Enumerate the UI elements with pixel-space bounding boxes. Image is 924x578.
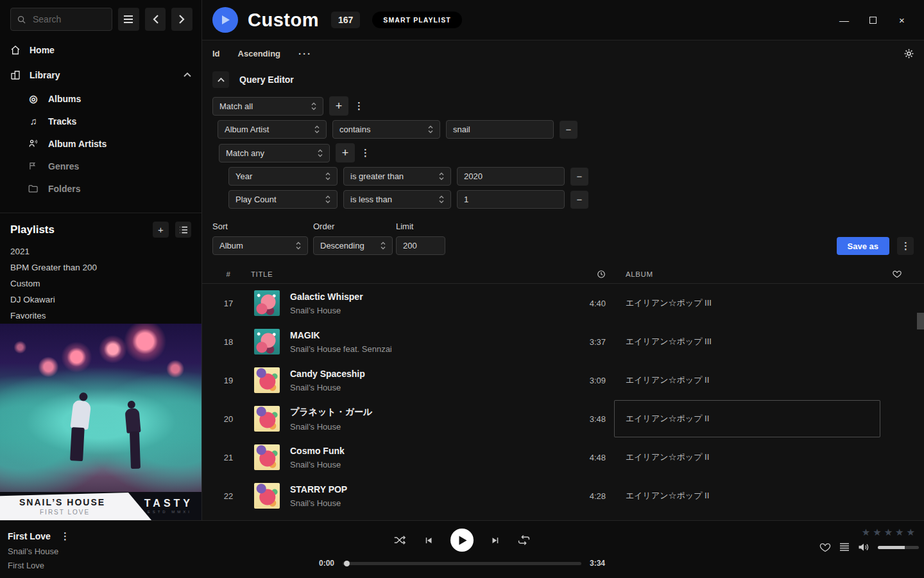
favorite-column-header[interactable] [880, 270, 914, 278]
playlist-item[interactable]: DJ Okawari [10, 292, 191, 308]
sidebar-item-library[interactable]: Library [10, 62, 191, 87]
title-column-header[interactable]: TITLE [244, 270, 576, 278]
index-column-header[interactable]: # [212, 270, 244, 278]
track-title[interactable]: Galactic Whisper [290, 292, 363, 302]
now-playing-cover-art[interactable]: SNAIL’S HOUSE FIRST LOVE TASTY ESTD MMXI [0, 324, 201, 520]
volume-slider[interactable] [878, 546, 919, 549]
collapse-query-button[interactable] [212, 71, 229, 88]
track-title[interactable]: プラネット・ガール [290, 407, 372, 418]
favorite-heart-button[interactable] [819, 542, 831, 552]
previous-button[interactable] [424, 536, 433, 545]
table-row[interactable]: 20 プラネット・ガール Snail’s House 3:48 エイリアン☆ポッ… [202, 399, 924, 438]
track-album-focused-cell[interactable]: エイリアン☆ポップ II [614, 400, 880, 437]
playlist-item[interactable]: BPM Greater than 200 [10, 259, 191, 276]
play-playlist-button[interactable] [212, 7, 238, 33]
track-artist[interactable]: Snail’s House feat. Sennzai [290, 344, 392, 354]
table-row[interactable]: 21 Cosmo Funk Snail’s House 4:48 エイリアン☆ポ… [202, 438, 924, 477]
track-album[interactable]: エイリアン☆ポップ III [614, 285, 880, 322]
track-album[interactable]: エイリアン☆ポップ III [614, 323, 880, 360]
rule-operator-select[interactable]: contains [332, 120, 440, 139]
sidebar-item-album-artists[interactable]: Album Artists [28, 132, 191, 155]
sort-direction-button[interactable]: Ascending [238, 49, 280, 58]
search-input[interactable] [31, 13, 106, 25]
track-artist[interactable]: Snail’s House [290, 498, 347, 508]
track-title[interactable]: Cosmo Funk [290, 446, 345, 456]
save-as-button[interactable]: Save as [837, 237, 889, 255]
rule-value-input[interactable] [446, 120, 554, 139]
add-playlist-button[interactable]: + [153, 222, 169, 238]
track-artist[interactable]: Snail’s House [290, 460, 345, 469]
rule-group-menu-button[interactable]: ⋮ [354, 100, 363, 112]
track-artist[interactable]: Snail’s House [290, 383, 365, 392]
star-icon[interactable]: ★ [873, 527, 881, 538]
table-row[interactable]: 22 STARRY POP Snail’s House 4:28 エイリアン☆ポ… [202, 477, 924, 515]
rule-field-select[interactable]: Play Count [228, 190, 338, 209]
track-artist[interactable]: Snail’s House [290, 422, 372, 432]
play-button[interactable] [450, 529, 474, 552]
rule-value-input[interactable] [457, 167, 565, 186]
rule-group-menu-button[interactable]: ⋮ [361, 147, 370, 159]
table-row[interactable]: 17 Galactic Whisper Snail’s House 4:40 エ… [202, 284, 924, 322]
rule-field-select[interactable]: Year [228, 167, 338, 186]
nav-back-button[interactable] [145, 8, 166, 31]
maximize-button[interactable] [859, 7, 887, 33]
star-icon[interactable]: ★ [862, 527, 870, 538]
now-playing-album[interactable]: First Love [8, 561, 205, 570]
seek-bar[interactable] [343, 562, 581, 565]
sidebar-item-genres[interactable]: Genres [28, 155, 191, 177]
track-album[interactable]: エイリアン☆ポップ II [614, 439, 880, 476]
search-box[interactable] [10, 8, 112, 31]
limit-input[interactable] [396, 236, 445, 255]
minimize-button[interactable]: — [830, 7, 859, 33]
duration-column-header[interactable] [576, 270, 614, 279]
table-row[interactable]: 19 Candy Spaceship Snail’s House 3:09 エイ… [202, 361, 924, 399]
add-rule-button[interactable]: + [336, 143, 355, 162]
track-album[interactable]: エイリアン☆ポップ II [614, 477, 880, 514]
track-title[interactable]: Candy Spaceship [290, 369, 365, 379]
nav-forward-button[interactable] [171, 8, 193, 31]
menu-button[interactable] [118, 8, 139, 31]
track-title[interactable]: STARRY POP [290, 484, 347, 495]
star-icon[interactable]: ★ [907, 527, 915, 538]
playlist-item[interactable]: 2021 [10, 243, 191, 259]
star-icon[interactable]: ★ [895, 527, 903, 538]
playlist-item[interactable]: Favorites [10, 308, 191, 324]
star-icon[interactable]: ★ [884, 527, 893, 538]
track-artist[interactable]: Snail’s House [290, 306, 363, 315]
now-playing-title[interactable]: First Love [8, 531, 51, 541]
album-column-header[interactable]: ALBUM [614, 270, 880, 278]
chevron-up-icon[interactable] [184, 73, 191, 77]
order-select[interactable]: Descending [313, 236, 393, 255]
scrollbar-thumb[interactable] [917, 313, 924, 329]
rating-stars[interactable]: ★ ★ ★ ★ ★ [862, 527, 915, 538]
remove-rule-button[interactable]: − [560, 121, 578, 139]
track-title[interactable]: MAGIK [290, 330, 392, 340]
remove-rule-button[interactable]: − [570, 191, 588, 209]
match-any-select[interactable]: Match any [219, 144, 330, 162]
sort-select[interactable]: Album [212, 236, 308, 255]
rule-value-input[interactable] [457, 190, 565, 209]
next-button[interactable] [491, 536, 501, 545]
rule-field-select[interactable]: Album Artist [218, 120, 327, 139]
match-all-select[interactable]: Match all [212, 97, 323, 116]
rule-operator-select[interactable]: is less than [343, 190, 451, 209]
sidebar-item-home[interactable]: Home [10, 37, 191, 62]
sidebar-item-albums[interactable]: ◎ Albums [28, 87, 191, 110]
table-row[interactable]: 18 MAGIK Snail’s House feat. Sennzai 3:3… [202, 322, 924, 361]
sidebar-item-folders[interactable]: Folders [28, 177, 191, 200]
playlist-item[interactable]: Custom [10, 276, 191, 292]
repeat-button[interactable] [518, 535, 530, 545]
gear-icon[interactable] [904, 49, 914, 58]
queue-button[interactable] [839, 543, 850, 552]
seek-knob[interactable] [344, 561, 350, 566]
sort-field-button[interactable]: Id [212, 49, 220, 58]
add-rule-button[interactable]: + [329, 96, 348, 116]
volume-icon[interactable] [858, 542, 869, 552]
track-album[interactable]: エイリアン☆ポップ II [614, 362, 880, 399]
rule-operator-select[interactable]: is greater than [343, 167, 451, 186]
playlist-list-button[interactable] [175, 222, 191, 238]
sidebar-item-tracks[interactable]: ♫ Tracks [28, 110, 191, 132]
now-playing-artist[interactable]: Snail’s House [8, 547, 205, 556]
more-options-button[interactable]: ··· [298, 48, 312, 59]
close-button[interactable]: × [887, 7, 916, 33]
